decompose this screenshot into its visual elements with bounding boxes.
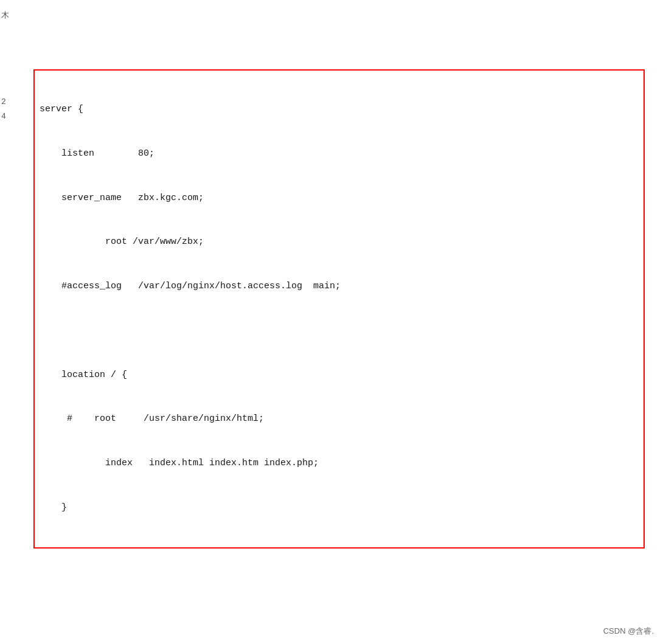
line-location-slash: location / { bbox=[40, 368, 639, 383]
line-access-log: #access_log /var/log/nginx/host.access.l… bbox=[40, 279, 639, 294]
line-server-open: server { bbox=[40, 102, 639, 117]
line-server-name: server_name zbx.kgc.com; bbox=[40, 191, 639, 206]
line-comment-root: # root /usr/share/nginx/html; bbox=[40, 412, 639, 427]
line-listen: listen 80; bbox=[40, 147, 639, 162]
code-area: server { listen 80; server_name zbx.kgc.… bbox=[0, 6, 666, 644]
left-mark-2: 2 bbox=[1, 96, 6, 109]
line-index: index index.html index.htm index.php; bbox=[40, 456, 639, 471]
red-box-server: server { listen 80; server_name zbx.kgc.… bbox=[33, 69, 645, 549]
line-root: root /var/www/zbx; bbox=[40, 235, 639, 250]
left-mark-4: 4 bbox=[1, 111, 6, 123]
line-empty1 bbox=[40, 324, 639, 339]
watermark: CSDN @含睿. bbox=[603, 626, 654, 637]
left-mark-1: 木 bbox=[1, 10, 9, 23]
line-close-brace1: } bbox=[40, 500, 639, 516]
